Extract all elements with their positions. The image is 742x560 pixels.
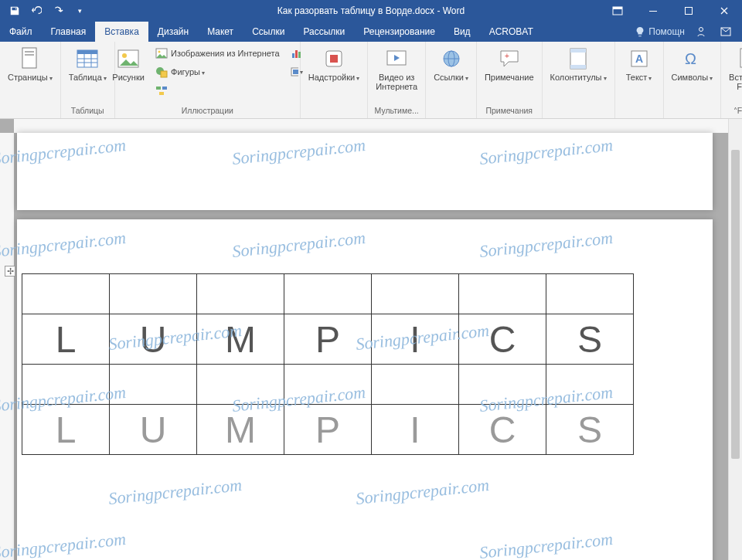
share-icon [695,25,707,38]
online-pictures-button[interactable]: Изображения из Интернета [152,45,282,62]
addins-button[interactable]: Надстройки [305,45,362,85]
table-cell[interactable] [546,274,634,314]
symbols-label: Символы [672,73,713,83]
pictures-icon [116,46,141,71]
smartart-button[interactable] [152,82,282,99]
tab-acrobat[interactable]: ACROBAT [480,22,543,42]
links-button[interactable]: Ссылки [431,45,471,85]
tab-design[interactable]: Дизайн [148,22,198,42]
group-pages: Страницы [0,42,61,118]
horizontal-ruler[interactable] [14,119,728,133]
close-button[interactable] [706,0,742,22]
headerfooter-icon [566,46,591,71]
svg-rect-21 [156,87,161,90]
table-cell[interactable] [197,365,284,405]
svg-rect-7 [25,51,34,53]
tab-review[interactable]: Рецензирование [354,22,444,42]
group-symbols: Ω Символы [664,42,722,118]
table-button[interactable]: Таблица [66,45,110,85]
comment-button[interactable]: + Примечание [482,45,537,83]
pictures-button[interactable]: Рисунки [109,45,148,83]
table-cell[interactable]: M [197,405,284,455]
save-button[interactable] [5,2,25,20]
svg-point-4 [699,28,703,32]
flash-icon: f [735,46,742,71]
table-cell[interactable] [459,274,546,314]
group-addins-label [333,106,335,117]
table-cell[interactable] [372,274,459,314]
document-table[interactable]: LUMPICSLUMPICS [22,273,634,455]
text-button[interactable]: A Текст [620,45,659,85]
qat-customize[interactable]: ▾ [70,2,90,20]
table-row[interactable]: LUMPICS [22,314,634,365]
symbols-button[interactable]: Ω Символы [669,45,716,85]
table-cell[interactable]: M [197,314,284,365]
tab-mailings[interactable]: Рассылки [294,22,354,42]
table-row[interactable]: LUMPICS [22,405,634,455]
vertical-ruler[interactable] [0,133,14,560]
pages-button[interactable]: Страницы [5,45,56,85]
undo-button[interactable] [26,2,46,20]
table-cell[interactable] [110,365,197,405]
table-cell[interactable]: P [284,314,372,365]
tab-layout[interactable]: Макет [198,22,243,42]
table-cell[interactable]: U [110,314,197,365]
tab-home[interactable]: Главная [42,22,96,42]
shapes-button[interactable]: Фигуры [152,63,282,80]
table-cell[interactable]: S [546,314,634,365]
table-cell[interactable] [284,365,372,405]
table-row[interactable] [22,274,634,314]
text-label: Текст [626,73,652,83]
table-move-handle[interactable]: ✢ [5,266,15,277]
table-cell[interactable] [110,274,197,314]
headerfooter-button[interactable]: Колонтитулы [547,45,610,85]
tab-references[interactable]: Ссылки [243,22,294,42]
table-cell[interactable]: I [372,314,459,365]
ribbon-collapse[interactable]: ˄ [733,107,737,115]
table-cell[interactable] [284,274,372,314]
share-button[interactable] [693,23,710,40]
table-cell[interactable]: U [110,405,197,455]
tab-view[interactable]: Вид [444,22,480,42]
table-cell[interactable]: L [22,314,110,365]
table-cell[interactable]: I [372,405,459,455]
table-cell[interactable]: S [546,405,634,455]
svg-rect-8 [25,54,34,56]
table-cell[interactable]: P [284,405,372,455]
maximize-button[interactable] [671,0,706,22]
tab-file[interactable]: Файл [0,22,42,42]
table-cell[interactable] [459,365,546,405]
table-cell[interactable]: L [22,405,110,455]
pictures-label: Рисунки [112,73,145,82]
ribbon: Страницы Таблица Таблицы Рисунки Изображ… [0,42,742,119]
table-cell[interactable] [546,365,634,405]
group-links-label [450,106,452,117]
online-video-button[interactable]: Видео из Интернета [373,45,420,93]
table-cell[interactable] [22,365,110,405]
redo-button[interactable] [48,2,68,20]
text-icon: A [627,46,652,71]
account-button[interactable] [717,23,734,40]
svg-text:A: A [635,53,643,65]
scrollbar-thumb[interactable] [731,150,740,459]
minimize-button[interactable] [635,0,671,22]
page-1-bottom[interactable] [17,133,713,210]
table-cell[interactable]: C [459,405,546,455]
table-cell[interactable]: C [459,314,546,365]
tell-me[interactable]: Помощн [635,26,685,37]
tell-me-label: Помощн [648,26,685,37]
svg-rect-3 [686,8,693,15]
addins-icon [322,46,346,71]
table-cell[interactable] [372,365,459,405]
table-cell[interactable] [197,274,284,314]
group-comments-label: Примечания [485,106,533,117]
svg-rect-1 [613,7,622,9]
tab-insert[interactable]: Вставка [95,22,148,42]
flash-button[interactable]: f Встроить Flash [726,45,742,93]
svg-rect-24 [292,53,294,58]
group-flash-label: Flash [737,106,742,117]
ribbon-display-options[interactable] [600,0,635,22]
table-cell[interactable] [22,274,110,314]
table-row[interactable] [22,365,634,405]
vertical-scrollbar[interactable] [728,119,742,560]
